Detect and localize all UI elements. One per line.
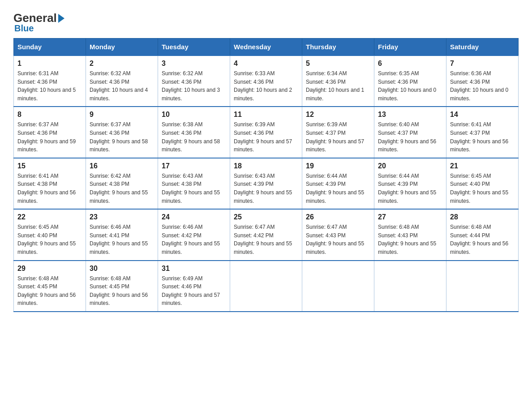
day-info: Sunrise: 6:48 AM Sunset: 4:45 PM Dayligh… [17, 274, 82, 308]
day-header-sunday: Sunday [14, 39, 86, 56]
day-number: 14 [450, 111, 515, 119]
day-info: Sunrise: 6:41 AM Sunset: 4:38 PM Dayligh… [17, 172, 82, 205]
calendar-cell: 29 Sunrise: 6:48 AM Sunset: 4:45 PM Dayl… [14, 261, 86, 312]
day-info: Sunrise: 6:32 AM Sunset: 4:36 PM Dayligh… [90, 69, 154, 103]
calendar-cell: 14 Sunrise: 6:41 AM Sunset: 4:37 PM Dayl… [446, 107, 519, 158]
calendar-cell: 22 Sunrise: 6:45 AM Sunset: 4:40 PM Dayl… [14, 209, 86, 260]
day-info: Sunrise: 6:45 AM Sunset: 4:40 PM Dayligh… [450, 172, 515, 205]
calendar-cell: 3 Sunrise: 6:32 AM Sunset: 4:36 PM Dayli… [158, 56, 230, 107]
day-number: 16 [90, 162, 154, 170]
calendar-cell: 23 Sunrise: 6:46 AM Sunset: 4:41 PM Dayl… [86, 209, 158, 260]
day-info: Sunrise: 6:34 AM Sunset: 4:36 PM Dayligh… [306, 69, 370, 103]
day-number: 30 [90, 265, 154, 273]
day-number: 5 [306, 60, 370, 68]
day-number: 11 [234, 111, 298, 119]
day-header-thursday: Thursday [302, 39, 374, 56]
day-number: 18 [234, 162, 298, 170]
day-number: 26 [306, 213, 370, 221]
calendar-cell: 15 Sunrise: 6:41 AM Sunset: 4:38 PM Dayl… [14, 158, 86, 209]
day-info: Sunrise: 6:42 AM Sunset: 4:38 PM Dayligh… [90, 172, 154, 205]
day-number: 17 [162, 162, 226, 170]
day-info: Sunrise: 6:40 AM Sunset: 4:37 PM Dayligh… [378, 120, 442, 154]
day-number: 21 [450, 162, 515, 170]
day-number: 24 [162, 213, 226, 221]
calendar-cell: 5 Sunrise: 6:34 AM Sunset: 4:36 PM Dayli… [302, 56, 374, 107]
calendar-week-row: 1 Sunrise: 6:31 AM Sunset: 4:36 PM Dayli… [14, 56, 519, 107]
day-info: Sunrise: 6:47 AM Sunset: 4:42 PM Dayligh… [234, 223, 298, 256]
calendar-cell: 17 Sunrise: 6:43 AM Sunset: 4:38 PM Dayl… [158, 158, 230, 209]
day-info: Sunrise: 6:44 AM Sunset: 4:39 PM Dayligh… [306, 172, 370, 205]
calendar-cell [446, 261, 519, 312]
logo-arrow-icon [58, 14, 64, 23]
day-info: Sunrise: 6:48 AM Sunset: 4:45 PM Dayligh… [90, 274, 154, 308]
calendar-week-row: 8 Sunrise: 6:37 AM Sunset: 4:36 PM Dayli… [14, 107, 519, 158]
calendar-cell: 26 Sunrise: 6:47 AM Sunset: 4:43 PM Dayl… [302, 209, 374, 260]
day-info: Sunrise: 6:39 AM Sunset: 4:37 PM Dayligh… [306, 120, 370, 154]
calendar-cell [374, 261, 446, 312]
day-info: Sunrise: 6:48 AM Sunset: 4:44 PM Dayligh… [450, 223, 515, 256]
day-number: 1 [17, 60, 82, 68]
calendar-cell: 31 Sunrise: 6:49 AM Sunset: 4:46 PM Dayl… [158, 261, 230, 312]
day-info: Sunrise: 6:37 AM Sunset: 4:36 PM Dayligh… [17, 120, 82, 154]
calendar-week-row: 29 Sunrise: 6:48 AM Sunset: 4:45 PM Dayl… [14, 261, 519, 312]
calendar-cell: 10 Sunrise: 6:38 AM Sunset: 4:36 PM Dayl… [158, 107, 230, 158]
day-number: 10 [162, 111, 226, 119]
day-number: 27 [378, 213, 442, 221]
day-info: Sunrise: 6:47 AM Sunset: 4:43 PM Dayligh… [306, 223, 370, 256]
day-number: 28 [450, 213, 515, 221]
day-info: Sunrise: 6:33 AM Sunset: 4:36 PM Dayligh… [234, 69, 298, 103]
day-number: 9 [90, 111, 154, 119]
day-number: 31 [162, 265, 226, 273]
day-header-monday: Monday [86, 39, 158, 56]
day-info: Sunrise: 6:46 AM Sunset: 4:42 PM Dayligh… [162, 223, 226, 256]
day-number: 23 [90, 213, 154, 221]
calendar-cell [230, 261, 302, 312]
day-number: 29 [17, 265, 82, 273]
calendar-cell: 12 Sunrise: 6:39 AM Sunset: 4:37 PM Dayl… [302, 107, 374, 158]
calendar-cell: 24 Sunrise: 6:46 AM Sunset: 4:42 PM Dayl… [158, 209, 230, 260]
day-info: Sunrise: 6:44 AM Sunset: 4:39 PM Dayligh… [378, 172, 442, 205]
calendar-cell: 27 Sunrise: 6:48 AM Sunset: 4:43 PM Dayl… [374, 209, 446, 260]
day-number: 3 [162, 60, 226, 68]
day-number: 13 [378, 111, 442, 119]
calendar-cell: 11 Sunrise: 6:39 AM Sunset: 4:36 PM Dayl… [230, 107, 302, 158]
calendar-cell: 9 Sunrise: 6:37 AM Sunset: 4:36 PM Dayli… [86, 107, 158, 158]
calendar-cell: 20 Sunrise: 6:44 AM Sunset: 4:39 PM Dayl… [374, 158, 446, 209]
calendar-week-row: 15 Sunrise: 6:41 AM Sunset: 4:38 PM Dayl… [14, 158, 519, 209]
day-header-saturday: Saturday [446, 39, 519, 56]
calendar-cell: 16 Sunrise: 6:42 AM Sunset: 4:38 PM Dayl… [86, 158, 158, 209]
day-info: Sunrise: 6:48 AM Sunset: 4:43 PM Dayligh… [378, 223, 442, 256]
day-info: Sunrise: 6:41 AM Sunset: 4:37 PM Dayligh… [450, 120, 515, 154]
calendar-week-row: 22 Sunrise: 6:45 AM Sunset: 4:40 PM Dayl… [14, 209, 519, 260]
calendar-cell: 1 Sunrise: 6:31 AM Sunset: 4:36 PM Dayli… [14, 56, 86, 107]
day-number: 20 [378, 162, 442, 170]
day-info: Sunrise: 6:36 AM Sunset: 4:36 PM Dayligh… [450, 69, 515, 103]
day-number: 22 [17, 213, 82, 221]
calendar-cell: 30 Sunrise: 6:48 AM Sunset: 4:45 PM Dayl… [86, 261, 158, 312]
day-info: Sunrise: 6:39 AM Sunset: 4:36 PM Dayligh… [234, 120, 298, 154]
calendar-cell: 7 Sunrise: 6:36 AM Sunset: 4:36 PM Dayli… [446, 56, 519, 107]
calendar-cell: 25 Sunrise: 6:47 AM Sunset: 4:42 PM Dayl… [230, 209, 302, 260]
calendar-cell: 4 Sunrise: 6:33 AM Sunset: 4:36 PM Dayli… [230, 56, 302, 107]
calendar-table: SundayMondayTuesdayWednesdayThursdayFrid… [13, 38, 519, 312]
day-info: Sunrise: 6:45 AM Sunset: 4:40 PM Dayligh… [17, 223, 82, 256]
calendar-cell: 21 Sunrise: 6:45 AM Sunset: 4:40 PM Dayl… [446, 158, 519, 209]
day-header-wednesday: Wednesday [230, 39, 302, 56]
calendar-cell: 19 Sunrise: 6:44 AM Sunset: 4:39 PM Dayl… [302, 158, 374, 209]
calendar-cell: 8 Sunrise: 6:37 AM Sunset: 4:36 PM Dayli… [14, 107, 86, 158]
day-number: 25 [234, 213, 298, 221]
calendar-cell: 28 Sunrise: 6:48 AM Sunset: 4:44 PM Dayl… [446, 209, 519, 260]
calendar-header-row: SundayMondayTuesdayWednesdayThursdayFrid… [14, 39, 519, 56]
calendar-cell: 18 Sunrise: 6:43 AM Sunset: 4:39 PM Dayl… [230, 158, 302, 209]
logo: General Blue [13, 11, 64, 34]
day-header-tuesday: Tuesday [158, 39, 230, 56]
day-number: 19 [306, 162, 370, 170]
page-header: General Blue [13, 9, 519, 34]
calendar-cell: 13 Sunrise: 6:40 AM Sunset: 4:37 PM Dayl… [374, 107, 446, 158]
day-info: Sunrise: 6:46 AM Sunset: 4:41 PM Dayligh… [90, 223, 154, 256]
day-number: 12 [306, 111, 370, 119]
day-header-friday: Friday [374, 39, 446, 56]
day-number: 2 [90, 60, 154, 68]
day-info: Sunrise: 6:32 AM Sunset: 4:36 PM Dayligh… [162, 69, 226, 103]
day-info: Sunrise: 6:43 AM Sunset: 4:39 PM Dayligh… [234, 172, 298, 205]
